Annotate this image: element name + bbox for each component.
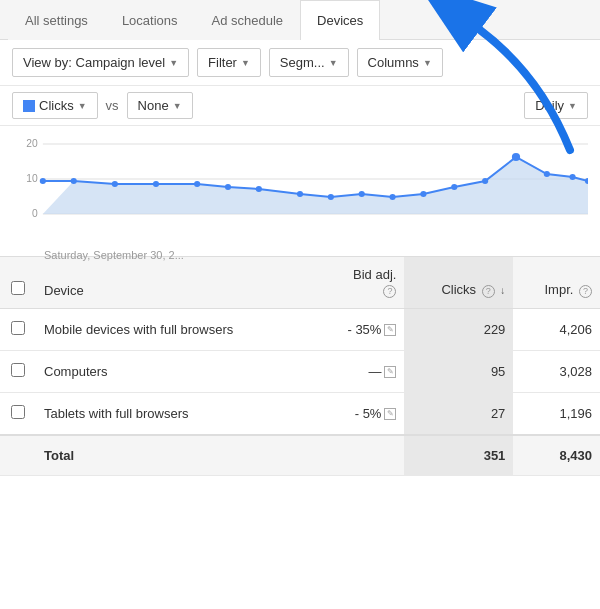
segment-button[interactable]: Segm... ▼ bbox=[269, 48, 349, 77]
row2-checkbox[interactable] bbox=[11, 363, 25, 377]
view-by-caret: ▼ bbox=[169, 58, 178, 68]
row1-checkbox[interactable] bbox=[11, 321, 25, 335]
total-clicks: 351 bbox=[404, 435, 513, 476]
metric1-button[interactable]: Clicks ▼ bbox=[12, 92, 98, 119]
row1-edit-icon[interactable]: ✎ bbox=[384, 324, 396, 336]
total-row: Total 351 8,430 bbox=[0, 435, 600, 476]
row3-edit-icon[interactable]: ✎ bbox=[384, 408, 396, 420]
row2-impr: 3,028 bbox=[513, 351, 600, 393]
view-by-button[interactable]: View by: Campaign level ▼ bbox=[12, 48, 189, 77]
metric2-button[interactable]: None ▼ bbox=[127, 92, 193, 119]
row1-checkbox-cell bbox=[0, 309, 36, 351]
header-bid-adj: Bid adj. ? bbox=[316, 257, 405, 309]
svg-point-16 bbox=[328, 194, 334, 200]
row3-checkbox-cell bbox=[0, 393, 36, 436]
svg-text:10: 10 bbox=[26, 173, 38, 184]
table-row: Tablets with full browsers - 5% ✎ 27 1,1… bbox=[0, 393, 600, 436]
row1-impr: 4,206 bbox=[513, 309, 600, 351]
svg-point-18 bbox=[389, 194, 395, 200]
table-row: Mobile devices with full browsers - 35% … bbox=[0, 309, 600, 351]
tab-ad-schedule[interactable]: Ad schedule bbox=[195, 0, 301, 40]
toolbar: View by: Campaign level ▼ Filter ▼ Segm.… bbox=[0, 40, 600, 86]
data-table: Device Bid adj. ? Clicks ? ↓ Impr. ? bbox=[0, 256, 600, 476]
row1-device: Mobile devices with full browsers bbox=[36, 309, 316, 351]
header-impr: Impr. ? bbox=[513, 257, 600, 309]
tab-devices[interactable]: Devices bbox=[300, 0, 380, 40]
svg-point-22 bbox=[512, 153, 520, 161]
row2-device: Computers bbox=[36, 351, 316, 393]
filter-label: Filter bbox=[208, 55, 237, 70]
metrics-row: Clicks ▼ vs None ▼ Daily ▼ bbox=[0, 86, 600, 126]
row3-checkbox[interactable] bbox=[11, 405, 25, 419]
row2-edit-icon[interactable]: ✎ bbox=[384, 366, 396, 378]
svg-point-20 bbox=[451, 184, 457, 190]
segment-caret: ▼ bbox=[329, 58, 338, 68]
total-label: Total bbox=[36, 435, 316, 476]
svg-point-11 bbox=[153, 181, 159, 187]
svg-point-17 bbox=[359, 191, 365, 197]
svg-point-9 bbox=[71, 178, 77, 184]
columns-button[interactable]: Columns ▼ bbox=[357, 48, 443, 77]
header-checkbox bbox=[0, 257, 36, 309]
chart-date: Saturday, September 30, 2... bbox=[12, 249, 588, 261]
bid-adj-help-icon[interactable]: ? bbox=[383, 285, 396, 298]
segment-label: Segm... bbox=[280, 55, 325, 70]
svg-point-12 bbox=[194, 181, 200, 187]
row3-device: Tablets with full browsers bbox=[36, 393, 316, 436]
chart-svg: 20 10 0 bbox=[12, 134, 588, 244]
row2-checkbox-cell bbox=[0, 351, 36, 393]
header-clicks: Clicks ? ↓ bbox=[404, 257, 513, 309]
total-checkbox-cell bbox=[0, 435, 36, 476]
daily-caret: ▼ bbox=[568, 101, 577, 111]
metric2-label: None bbox=[138, 98, 169, 113]
row3-impr: 1,196 bbox=[513, 393, 600, 436]
tab-all-settings[interactable]: All settings bbox=[8, 0, 105, 40]
clicks-help-icon[interactable]: ? bbox=[482, 285, 495, 298]
metric1-color bbox=[23, 100, 35, 112]
daily-label: Daily bbox=[535, 98, 564, 113]
svg-point-13 bbox=[225, 184, 231, 190]
row1-clicks: 229 bbox=[404, 309, 513, 351]
row2-clicks: 95 bbox=[404, 351, 513, 393]
svg-text:20: 20 bbox=[26, 138, 38, 149]
row1-bid-adj: - 35% ✎ bbox=[316, 309, 405, 351]
svg-point-24 bbox=[569, 174, 575, 180]
tab-locations[interactable]: Locations bbox=[105, 0, 195, 40]
filter-caret: ▼ bbox=[241, 58, 250, 68]
row3-clicks: 27 bbox=[404, 393, 513, 436]
clicks-sort-icon[interactable]: ↓ bbox=[500, 285, 505, 296]
total-bid-adj bbox=[316, 435, 405, 476]
svg-point-23 bbox=[544, 171, 550, 177]
impr-help-icon[interactable]: ? bbox=[579, 285, 592, 298]
view-by-label: View by: Campaign level bbox=[23, 55, 165, 70]
columns-caret: ▼ bbox=[423, 58, 432, 68]
table-row: Computers — ✎ 95 3,028 bbox=[0, 351, 600, 393]
svg-point-8 bbox=[40, 178, 46, 184]
chart-area: 20 10 0 Saturday, bbox=[0, 126, 600, 256]
top-tabs: All settings Locations Ad schedule Devic… bbox=[0, 0, 600, 40]
metric1-label: Clicks bbox=[39, 98, 74, 113]
select-all-checkbox[interactable] bbox=[11, 281, 25, 295]
row2-bid-adj: — ✎ bbox=[316, 351, 405, 393]
svg-text:0: 0 bbox=[32, 208, 38, 219]
svg-point-10 bbox=[112, 181, 118, 187]
metric1-caret: ▼ bbox=[78, 101, 87, 111]
vs-label: vs bbox=[106, 98, 119, 113]
svg-point-21 bbox=[482, 178, 488, 184]
svg-point-19 bbox=[420, 191, 426, 197]
row3-bid-adj: - 5% ✎ bbox=[316, 393, 405, 436]
filter-button[interactable]: Filter ▼ bbox=[197, 48, 261, 77]
daily-button[interactable]: Daily ▼ bbox=[524, 92, 588, 119]
svg-point-14 bbox=[256, 186, 262, 192]
columns-label: Columns bbox=[368, 55, 419, 70]
metric2-caret: ▼ bbox=[173, 101, 182, 111]
svg-point-15 bbox=[297, 191, 303, 197]
total-impr: 8,430 bbox=[513, 435, 600, 476]
header-device: Device bbox=[36, 257, 316, 309]
